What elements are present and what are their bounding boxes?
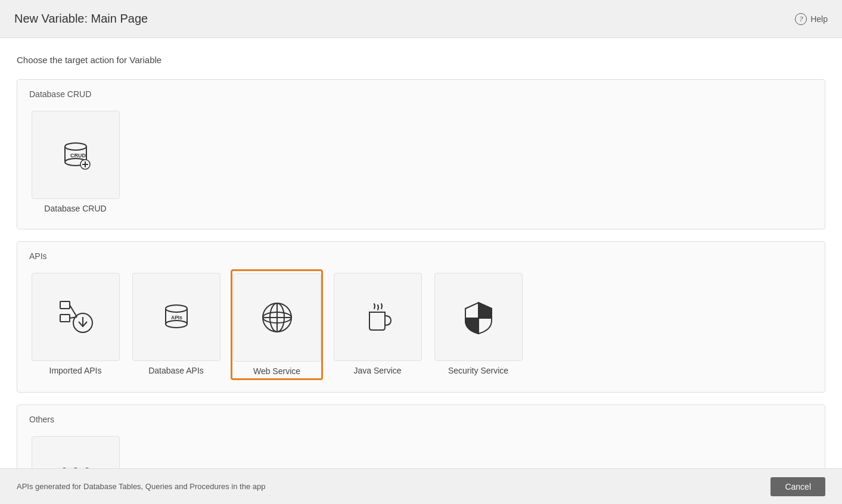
help-icon: ? — [795, 13, 807, 25]
items-row-others: Model — [29, 433, 813, 468]
icon-box-imported-apis — [32, 273, 120, 361]
svg-text:APIs: APIs — [171, 315, 182, 321]
item-label-security-service: Security Service — [448, 366, 508, 375]
items-row-database-crud: CRUD Database CRUD — [29, 107, 813, 217]
section-label-others: Others — [29, 415, 813, 424]
icon-box-java-service — [334, 273, 422, 361]
section-label-apis: APIs — [29, 251, 813, 261]
cancel-button[interactable]: Cancel — [770, 477, 825, 496]
icon-box-model — [32, 436, 120, 468]
svg-rect-9 — [60, 315, 70, 322]
categories-container: Database CRUD CRUD — [17, 79, 825, 468]
svg-point-0 — [65, 143, 86, 150]
svg-text:CRUD: CRUD — [70, 153, 86, 158]
page-title: New Variable: Main Page — [14, 12, 148, 26]
footer-info-text: APIs generated for Database Tables, Quer… — [17, 482, 265, 491]
main-content: Choose the target action for Variable Da… — [0, 38, 842, 468]
icon-box-web-service — [233, 273, 321, 362]
item-java-service[interactable]: Java Service — [331, 269, 424, 380]
model-icon — [54, 459, 97, 468]
footer: APIs generated for Database Tables, Quer… — [0, 468, 842, 504]
icon-box-database-crud: CRUD — [32, 111, 120, 199]
item-security-service[interactable]: Security Service — [432, 269, 524, 380]
item-label-web-service: Web Service — [253, 366, 300, 376]
header: New Variable: Main Page ? Help — [0, 0, 842, 38]
crud-icon: CRUD — [54, 133, 97, 176]
item-web-service[interactable]: Web Service — [231, 269, 323, 380]
icon-box-security-service — [434, 273, 523, 361]
java-service-icon — [356, 295, 399, 338]
imported-apis-icon — [54, 295, 97, 338]
item-database-crud[interactable]: CRUD Database CRUD — [29, 107, 122, 217]
section-others: Others — [17, 405, 825, 468]
items-row-apis: Imported APIs APIs Databa — [29, 269, 813, 380]
section-apis: APIs — [17, 241, 825, 393]
security-service-icon — [457, 295, 500, 338]
svg-point-17 — [166, 321, 187, 328]
section-label-database-crud: Database CRUD — [29, 89, 813, 99]
item-database-apis[interactable]: APIs Database APIs — [130, 269, 222, 380]
section-database-crud: Database CRUD CRUD — [17, 79, 825, 229]
icon-box-database-apis: APIs — [132, 273, 220, 361]
database-apis-icon: APIs — [155, 295, 198, 338]
help-label: Help — [810, 14, 828, 24]
item-label-database-crud: Database CRUD — [44, 204, 106, 213]
svg-point-14 — [166, 305, 187, 312]
item-imported-apis[interactable]: Imported APIs — [29, 269, 122, 380]
item-model[interactable]: Model — [29, 433, 122, 468]
item-label-imported-apis: Imported APIs — [49, 366, 102, 375]
svg-rect-8 — [60, 301, 70, 309]
item-label-java-service: Java Service — [353, 366, 401, 375]
item-label-database-apis: Database APIs — [148, 366, 204, 375]
help-button[interactable]: ? Help — [795, 13, 828, 25]
subtitle: Choose the target action for Variable — [17, 55, 825, 65]
svg-line-10 — [70, 305, 77, 317]
web-service-icon — [256, 296, 299, 339]
